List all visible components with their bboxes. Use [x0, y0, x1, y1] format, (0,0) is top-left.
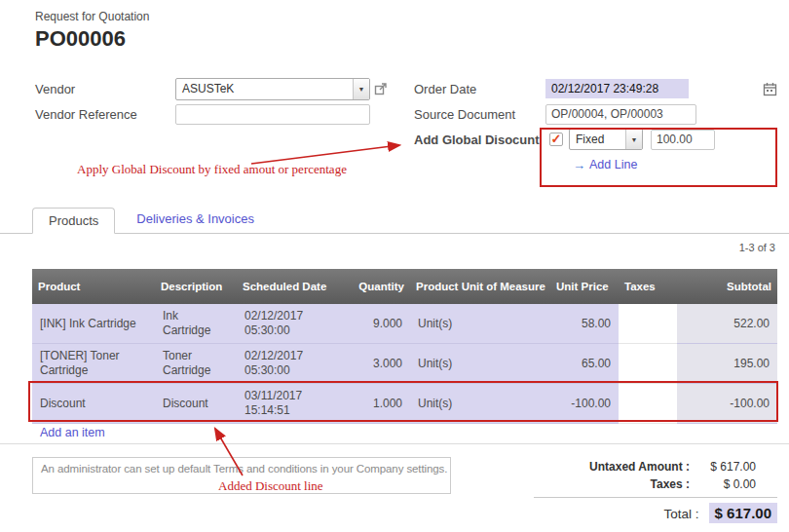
page-title: PO00006: [35, 26, 149, 52]
total-label: Total :: [664, 507, 699, 521]
annotation-note-discount-line: Added Discount line: [218, 478, 323, 494]
vendor-select-value: ASUSTeK: [176, 82, 353, 95]
global-discount-label: Add Global Disocunt: [414, 133, 545, 147]
header-description[interactable]: Description: [155, 269, 237, 304]
add-line-link[interactable]: Add Line: [589, 158, 637, 171]
form-right-column: Order Date 02/12/2017 23:49:28 Source Do…: [414, 77, 777, 178]
annotation-note-global-discount: Apply Global Discount by fixed amout or …: [77, 162, 347, 177]
global-discount-row: Add Global Disocunt ✓ Fixed ▼: [414, 128, 777, 151]
order-date-field[interactable]: 02/12/2017 23:49:28: [545, 79, 689, 98]
cell-description[interactable]: Discount: [155, 384, 237, 424]
add-line-row: → Add Line: [573, 153, 777, 176]
taxes-label: Taxes :: [651, 477, 690, 491]
order-date-row: Order Date 02/12/2017 23:49:28: [414, 77, 777, 100]
cell-quantity[interactable]: 1.000: [336, 384, 410, 424]
header-scheduled-date[interactable]: Scheduled Date: [237, 269, 336, 304]
cell-unit-price[interactable]: 65.00: [550, 344, 619, 384]
untaxed-value: $ 617.00: [699, 460, 777, 474]
rfq-form-page: Request for Quotation PO00006 Vendor ASU…: [0, 0, 789, 532]
total-separator: [534, 497, 777, 498]
vendor-select[interactable]: ASUSTeK ▼: [175, 78, 370, 100]
cell-scheduled-date[interactable]: 02/12/2017 05:30:00: [237, 304, 336, 344]
cell-scheduled-date[interactable]: 02/12/2017 05:30:00: [237, 344, 336, 384]
vendor-reference-row: Vendor Reference: [35, 102, 407, 126]
table-row[interactable]: [TONER] Toner Cartridge Toner Cartridge …: [32, 344, 777, 384]
header-quantity[interactable]: Quantity: [336, 269, 410, 304]
cell-quantity[interactable]: 3.000: [336, 344, 410, 384]
chevron-down-icon: ▼: [625, 130, 642, 149]
external-link-icon[interactable]: [374, 82, 388, 95]
totals-block: Untaxed Amount : $ 617.00 Taxes : $ 0.00…: [534, 458, 777, 525]
list-bottom-divider: [0, 443, 789, 444]
cell-description[interactable]: Toner Cartridge: [155, 344, 237, 384]
cell-subtotal[interactable]: 522.00: [677, 304, 777, 344]
cell-subtotal[interactable]: 195.00: [677, 344, 777, 384]
header-taxes[interactable]: Taxes: [619, 269, 677, 304]
cell-product[interactable]: [INK] Ink Cartridge: [32, 304, 155, 344]
header-uom[interactable]: Product Unit of Measure: [410, 269, 550, 304]
vendor-reference-input[interactable]: [175, 104, 370, 125]
source-document-input[interactable]: [545, 104, 696, 125]
table-row-discount[interactable]: Discount Discount 03/11/2017 15:14:51 1.…: [32, 384, 777, 424]
tab-deliveries-invoices[interactable]: Deliveries & Invoices: [121, 207, 270, 233]
vendor-reference-label: Vendor Reference: [35, 107, 175, 122]
cell-taxes[interactable]: [619, 304, 677, 344]
add-item-row: Add an item: [32, 421, 777, 443]
breadcrumb: Request for Quotation: [35, 10, 149, 23]
cell-uom[interactable]: Unit(s): [410, 304, 550, 344]
header-unit-price[interactable]: Unit Price: [550, 269, 619, 304]
notebook-tabs: Products Deliveries & Invoices: [0, 207, 789, 234]
cell-description[interactable]: Ink Cartridge: [155, 304, 237, 344]
add-an-item-link[interactable]: Add an item: [40, 426, 105, 439]
page-header: Request for Quotation PO00006: [35, 10, 149, 52]
cell-scheduled-date[interactable]: 03/11/2017 15:14:51: [237, 384, 336, 424]
cell-uom[interactable]: Unit(s): [410, 384, 550, 424]
table-row[interactable]: [INK] Ink Cartridge Ink Cartridge 02/12/…: [32, 304, 777, 344]
cell-unit-price[interactable]: -100.00: [550, 384, 619, 424]
header-subtotal[interactable]: Subtotal: [677, 269, 777, 304]
header-product[interactable]: Product: [32, 269, 155, 304]
table-header-row: Product Description Scheduled Date Quant…: [32, 269, 777, 304]
cell-product[interactable]: [TONER] Toner Cartridge: [32, 344, 155, 384]
chevron-down-icon: ▼: [353, 79, 369, 99]
cell-unit-price[interactable]: 58.00: [550, 304, 619, 344]
calendar-icon[interactable]: [763, 82, 777, 96]
source-document-label: Source Document: [414, 107, 545, 122]
order-date-label: Order Date: [414, 82, 545, 96]
total-row: Total : $ 617.00: [534, 501, 777, 525]
cell-taxes[interactable]: [619, 344, 677, 384]
check-icon: ✓: [551, 133, 562, 145]
source-document-row: Source Document: [414, 102, 777, 126]
discount-type-value: Fixed: [570, 133, 625, 146]
pager-counter: 1-3 of 3: [739, 242, 775, 253]
taxes-value: $ 0.00: [699, 477, 777, 491]
untaxed-row: Untaxed Amount : $ 617.00: [534, 458, 777, 475]
discount-amount-input[interactable]: [651, 130, 715, 150]
vendor-label: Vendor: [35, 82, 175, 96]
cell-uom[interactable]: Unit(s): [410, 344, 550, 384]
cell-taxes[interactable]: [619, 384, 677, 424]
total-value: $ 617.00: [709, 503, 777, 523]
form-left-column: Vendor ASUSTeK ▼ Vendor Reference: [35, 77, 407, 128]
cell-quantity[interactable]: 9.000: [336, 304, 410, 344]
cell-product[interactable]: Discount: [32, 384, 155, 424]
global-discount-checkbox[interactable]: ✓: [549, 133, 563, 146]
arrow-right-icon: →: [573, 158, 585, 172]
untaxed-label: Untaxed Amount :: [589, 460, 690, 474]
vendor-row: Vendor ASUSTeK ▼: [35, 77, 407, 100]
discount-type-select[interactable]: Fixed ▼: [569, 129, 643, 150]
cell-subtotal[interactable]: -100.00: [677, 384, 777, 424]
taxes-row: Taxes : $ 0.00: [534, 475, 777, 493]
tab-products[interactable]: Products: [32, 208, 115, 234]
order-lines-table: Product Description Scheduled Date Quant…: [32, 269, 777, 424]
